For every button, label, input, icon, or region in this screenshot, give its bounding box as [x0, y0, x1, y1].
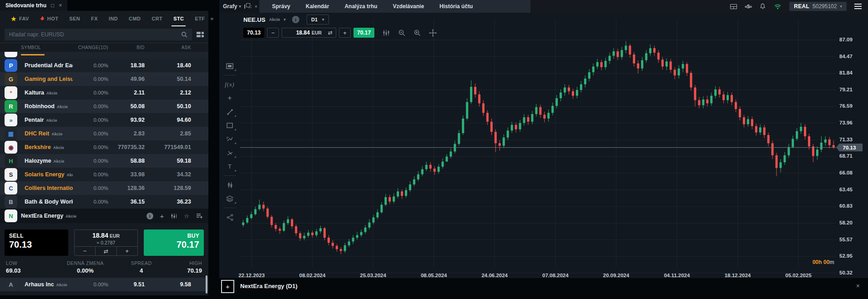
menu-tab-anal-za-trhu[interactable]: Analýza trhu — [344, 3, 377, 10]
zoom-out-icon[interactable] — [398, 29, 405, 36]
menu-tab-hist-ria-tu[interactable]: História účtu — [439, 3, 473, 10]
scrollbar-thumb[interactable] — [206, 275, 207, 294]
info-icon[interactable]: i — [146, 213, 153, 219]
sell-price-button[interactable]: 70.13 — [243, 28, 264, 38]
table-row[interactable]: BBath & Body Work:0.00%36.1536.23 — [0, 195, 208, 209]
ask-cell[interactable]: 771549.01 — [145, 144, 191, 150]
add-to-list-icon[interactable] — [196, 213, 203, 219]
price-alert-icon[interactable]: «$» — [745, 4, 752, 9]
watchlist-tab-hot[interactable]: HOT — [35, 11, 64, 26]
share-icon[interactable] — [223, 211, 237, 223]
bid-cell[interactable]: 93.92 — [108, 117, 145, 123]
more-tabs-icon[interactable]: » — [210, 15, 213, 22]
bid-cell[interactable]: 58.88 — [108, 158, 145, 164]
candle-pattern-icon[interactable] — [223, 179, 237, 191]
ask-cell[interactable]: 59.18 — [145, 158, 191, 164]
watchlist-tab-crt[interactable]: CRT — [146, 11, 168, 26]
ask-cell[interactable]: 50.10 — [145, 103, 191, 110]
maximize-icon[interactable]: □ — [51, 3, 54, 8]
watchlist-tab-cmd[interactable]: CMD — [123, 11, 146, 26]
ask-cell[interactable]: 34.32 — [145, 171, 191, 178]
info-icon[interactable]: i — [292, 16, 299, 23]
column-header[interactable]: SYMBOL — [21, 45, 73, 50]
watchlist-tab-fx[interactable]: FX — [86, 11, 103, 26]
list-layout-icon[interactable] — [197, 32, 204, 37]
bid-cell[interactable]: 33.98 — [108, 171, 145, 178]
chart-style-icon[interactable] — [223, 60, 237, 72]
close-tab-icon[interactable]: × — [856, 282, 860, 289]
table-row[interactable]: AArhaus IncAkcie0.00%9.519.58 — [0, 278, 208, 291]
table-row[interactable]: CColliers Internatio0.00%128.36128.59 — [0, 181, 208, 195]
menu-tab-kalend-r[interactable]: Kalendár — [306, 3, 329, 10]
sell-button[interactable]: SELL 70.13 — [5, 229, 68, 256]
open-chart-icon[interactable] — [171, 213, 177, 219]
symbol-ticker[interactable]: NEE.US — [243, 16, 265, 23]
add-icon[interactable]: + — [160, 212, 164, 220]
watchlist-tab-ind[interactable]: IND — [103, 11, 123, 26]
bid-cell[interactable]: 18.38 — [108, 62, 145, 69]
ask-cell[interactable]: 94.60 — [145, 117, 191, 123]
ask-cell[interactable]: 128.59 — [145, 185, 191, 191]
bid-cell[interactable]: 9.51 — [108, 281, 145, 288]
table-row[interactable]: ◉BerkshireAkcie0.00%770735.32771549.01 — [0, 140, 208, 154]
table-row[interactable]: PPrudential Adr Eac0.00%18.3818.40 — [0, 59, 208, 72]
quantity-input[interactable]: 18.84 EUR ⇄ — [282, 28, 336, 38]
quantity-mode-toggle[interactable]: ⇄ — [95, 247, 116, 255]
menu-tab-spr-vy[interactable]: Správy — [272, 3, 290, 10]
table-row[interactable]: HHalozymeAkcie0.00%58.8859.18 — [0, 154, 208, 168]
bid-cell[interactable]: 50.08 — [108, 103, 145, 110]
menu-tab-vzdel-vanie[interactable]: Vzdelávanie — [393, 3, 424, 10]
ask-cell[interactable]: 50.14 — [145, 76, 191, 82]
table-row[interactable]: ▦DHC ReitAkcie0.00%2.832.85 — [0, 127, 208, 140]
channel-icon[interactable] — [223, 147, 237, 159]
ask-cell[interactable]: 9.58 — [145, 281, 191, 288]
watchlist-tab-stc[interactable]: STC — [168, 11, 189, 26]
ask-cell[interactable]: 36.23 — [145, 199, 191, 205]
text-tool-icon[interactable]: T — [223, 160, 237, 172]
chart-plot-area[interactable]: 22.12.202308.02.202425.03.202408.05.2024… — [240, 13, 836, 278]
chevron-down-icon[interactable]: ▾ — [283, 17, 286, 22]
chart-type-candles-icon[interactable] — [383, 30, 390, 36]
swap-units-icon[interactable]: ⇄ — [328, 30, 333, 36]
bid-cell[interactable]: 128.36 — [108, 185, 145, 191]
quantity-decrease-button[interactable]: − — [75, 247, 95, 255]
timeframe-selector[interactable]: D1 ▾ — [307, 15, 329, 25]
fibonacci-icon[interactable]: F — [223, 133, 237, 145]
column-header[interactable]: BID — [108, 45, 145, 50]
pan-crosshair-icon[interactable] — [429, 29, 437, 37]
bid-cell[interactable]: 49.96 — [108, 76, 145, 82]
buy-price-button[interactable]: 70.17 — [353, 28, 374, 38]
charts-window-tab[interactable]: Grafy▾ □ × — [219, 0, 259, 13]
partial-list-row[interactable] — [0, 52, 208, 59]
selected-instrument-row[interactable]: N NextEra EnergyAkcie i + ☆ — [0, 209, 208, 223]
layers-icon[interactable] — [223, 193, 237, 204]
quantity-increase-button[interactable]: + — [117, 247, 137, 255]
favorite-star-icon[interactable]: ☆ — [184, 213, 189, 219]
quantity-decrease-button[interactable]: − — [267, 28, 279, 38]
bid-cell[interactable]: 2.83 — [108, 130, 145, 137]
quantity-increase-button[interactable]: + — [339, 28, 351, 38]
bid-cell[interactable]: 2.11 — [108, 90, 145, 96]
quantity-value-row[interactable]: 18.84EUR — [75, 230, 137, 240]
table-row[interactable]: GGaming and Leisu0.00%49.9650.14 — [0, 72, 208, 86]
popout-icon[interactable] — [244, 5, 245, 9]
ask-cell[interactable]: 18.40 — [145, 62, 191, 69]
crosshair-icon[interactable]: + — [223, 92, 237, 104]
notifications-bell-icon[interactable] — [759, 3, 766, 10]
account-selector[interactable]: REAL 50295102 ▾ — [789, 2, 847, 11]
table-row[interactable]: *KalturaAkcie0.00%2.112.12 — [0, 86, 208, 100]
trend-line-icon[interactable] — [223, 106, 237, 118]
watchlist-tab-fav[interactable]: ★FAV — [5, 11, 35, 26]
ask-cell[interactable]: 2.12 — [145, 90, 191, 96]
bid-cell[interactable]: 36.15 — [108, 199, 145, 205]
table-row[interactable]: »PentairAkcie0.00%93.9294.60 — [0, 113, 208, 127]
workspace-layout-icon[interactable] — [730, 4, 737, 9]
column-header[interactable]: ASK — [145, 45, 191, 50]
menu-hamburger-icon[interactable] — [854, 4, 862, 9]
add-chart-tab-button[interactable]: + — [221, 280, 234, 293]
bid-cell[interactable]: 770735.32 — [108, 144, 145, 150]
price-axis[interactable]: 87.0984.4781.8479.2176.5973.9671.3368.71… — [836, 13, 868, 278]
search-input[interactable]: Hľadať napr. EURUSD — [5, 29, 192, 40]
buy-button[interactable]: BUY 70.17 — [144, 229, 204, 256]
ask-cell[interactable]: 2.85 — [145, 130, 191, 137]
